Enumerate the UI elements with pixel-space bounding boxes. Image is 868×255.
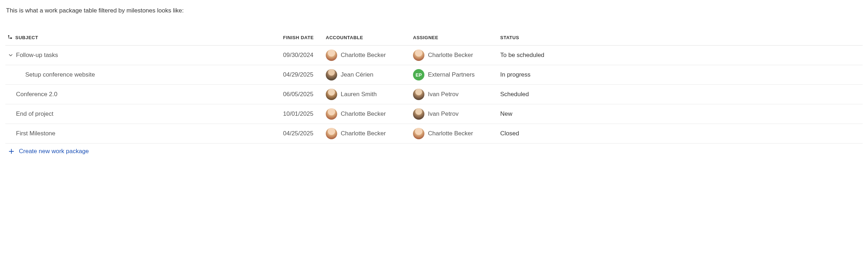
create-work-package-label: Create new work package [19, 148, 89, 155]
cell-status: Closed [500, 130, 863, 137]
column-header-finish-date[interactable]: FINISH DATE [283, 35, 326, 40]
accountable-name: Charlotte Becker [341, 130, 386, 137]
column-header-subject-label: SUBJECT [15, 35, 38, 40]
subject-text[interactable]: Conference 2.0 [16, 91, 57, 98]
table-header-row: SUBJECT FINISH DATE ACCOUNTABLE ASSIGNEE… [5, 32, 863, 46]
cell-status: To be scheduled [500, 52, 863, 59]
assignee-name: Ivan Petrov [428, 91, 459, 98]
avatar [413, 108, 424, 120]
cell-assignee[interactable]: Charlotte Becker [413, 128, 500, 139]
intro-text: This is what a work package table filter… [6, 7, 863, 14]
accountable-name: Jean Cérien [341, 71, 373, 78]
avatar [413, 89, 424, 100]
svg-rect-0 [10, 37, 12, 39]
cell-finish-date: 04/29/2025 [283, 71, 326, 78]
cell-finish-date: 09/30/2024 [283, 52, 326, 59]
svg-rect-1 [8, 35, 9, 36]
table-row[interactable]: Follow-up tasks09/30/2024Charlotte Becke… [5, 46, 863, 65]
hierarchy-icon [7, 35, 12, 40]
column-header-assignee[interactable]: ASSIGNEE [413, 35, 500, 40]
cell-assignee[interactable]: Ivan Petrov [413, 89, 500, 100]
table-row[interactable]: End of project10/01/2025Charlotte Becker… [5, 104, 863, 124]
table-row[interactable]: Conference 2.006/05/2025Lauren SmithIvan… [5, 85, 863, 104]
assignee-name: Charlotte Becker [428, 130, 473, 137]
subject-text[interactable]: Setup conference website [25, 71, 95, 78]
cell-finish-date: 10/01/2025 [283, 110, 326, 118]
table-row[interactable]: First Milestone04/25/2025Charlotte Becke… [5, 124, 863, 144]
cell-subject: End of project [5, 110, 283, 118]
assignee-name: External Partners [428, 71, 475, 78]
avatar [326, 108, 337, 120]
table-row[interactable]: Setup conference website04/29/2025Jean C… [5, 65, 863, 85]
column-header-accountable[interactable]: ACCOUNTABLE [326, 35, 413, 40]
accountable-name: Lauren Smith [341, 91, 377, 98]
avatar [326, 50, 337, 61]
cell-subject: Setup conference website [5, 71, 283, 78]
column-header-subject[interactable]: SUBJECT [5, 35, 283, 40]
subject-text[interactable]: Follow-up tasks [16, 52, 58, 59]
chevron-down-icon[interactable] [7, 52, 14, 58]
avatar [413, 50, 424, 61]
avatar: EP [413, 69, 424, 80]
work-package-table: SUBJECT FINISH DATE ACCOUNTABLE ASSIGNEE… [5, 32, 863, 158]
table-body: Follow-up tasks09/30/2024Charlotte Becke… [5, 46, 863, 144]
cell-assignee[interactable]: Ivan Petrov [413, 108, 500, 120]
cell-finish-date: 06/05/2025 [283, 91, 326, 98]
cell-status: In progress [500, 71, 863, 78]
cell-status: New [500, 110, 863, 118]
assignee-name: Ivan Petrov [428, 110, 459, 118]
assignee-name: Charlotte Becker [428, 52, 473, 59]
cell-subject: Follow-up tasks [5, 52, 283, 59]
column-header-status[interactable]: STATUS [500, 35, 863, 40]
subject-text[interactable]: End of project [16, 110, 53, 118]
subject-text[interactable]: First Milestone [16, 130, 56, 137]
avatar [326, 69, 337, 80]
create-work-package-button[interactable]: Create new work package [5, 144, 863, 158]
cell-subject: First Milestone [5, 130, 283, 137]
cell-accountable[interactable]: Charlotte Becker [326, 108, 413, 120]
cell-accountable[interactable]: Lauren Smith [326, 89, 413, 100]
cell-finish-date: 04/25/2025 [283, 130, 326, 137]
cell-accountable[interactable]: Charlotte Becker [326, 50, 413, 61]
avatar [326, 89, 337, 100]
accountable-name: Charlotte Becker [341, 52, 386, 59]
plus-icon [8, 148, 15, 155]
cell-status: Scheduled [500, 91, 863, 98]
cell-assignee[interactable]: Charlotte Becker [413, 50, 500, 61]
cell-subject: Conference 2.0 [5, 91, 283, 98]
cell-assignee[interactable]: EPExternal Partners [413, 69, 500, 80]
cell-accountable[interactable]: Charlotte Becker [326, 128, 413, 139]
accountable-name: Charlotte Becker [341, 110, 386, 118]
avatar [413, 128, 424, 139]
cell-accountable[interactable]: Jean Cérien [326, 69, 413, 80]
avatar [326, 128, 337, 139]
